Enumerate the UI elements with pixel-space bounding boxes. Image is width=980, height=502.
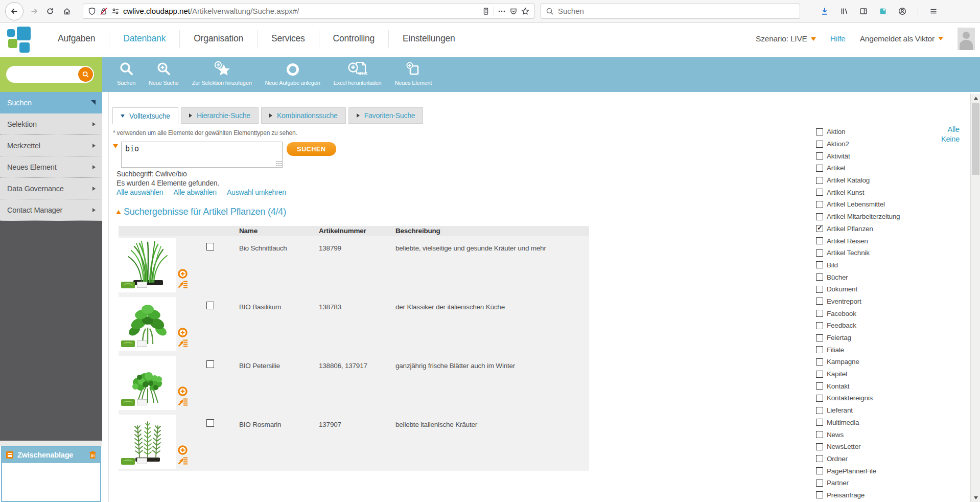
browser-search-bar[interactable]: Suchen	[541, 4, 800, 19]
add-to-selection-icon[interactable]	[177, 268, 188, 279]
type-checkbox[interactable]	[816, 346, 823, 353]
type-checkbox[interactable]	[816, 467, 823, 474]
menu-icon[interactable]	[929, 7, 938, 15]
add-to-list-icon[interactable]	[178, 280, 188, 289]
search-tab[interactable]: Hierarchie-Suche	[181, 107, 259, 124]
type-checkbox[interactable]	[816, 382, 823, 390]
avatar[interactable]	[958, 28, 975, 50]
type-filter-item[interactable]: NewsLetter	[816, 441, 949, 453]
type-filter-item[interactable]: Artikel	[816, 162, 949, 174]
type-filter-item[interactable]: Facebook	[816, 307, 949, 320]
type-checkbox[interactable]	[816, 273, 823, 281]
sidebar-search-field[interactable]	[6, 66, 94, 83]
type-filter-item[interactable]: Artikel Technik	[816, 247, 949, 259]
type-filter-item[interactable]: Ordner	[816, 453, 949, 465]
type-checkbox[interactable]	[816, 455, 823, 462]
type-checkbox[interactable]	[816, 165, 823, 172]
row-checkbox[interactable]	[206, 302, 214, 309]
collapse-icon[interactable]	[116, 210, 121, 214]
type-filter-item[interactable]: Feiertag	[816, 332, 949, 344]
type-filter-item[interactable]: News	[816, 428, 949, 441]
search-tab[interactable]: Volltextsuche	[112, 107, 178, 124]
reload-button[interactable]	[42, 7, 58, 15]
result-name[interactable]: BIO Rosmarin	[235, 412, 315, 471]
type-filter-item[interactable]: Artikel Kunst	[816, 186, 949, 198]
back-button[interactable]	[5, 2, 24, 20]
add-to-list-icon[interactable]	[178, 339, 188, 348]
sidebar-menu-item[interactable]: Suchen	[0, 92, 102, 113]
type-filter-item[interactable]: Bücher	[816, 271, 949, 283]
type-checkbox[interactable]	[816, 298, 823, 305]
type-filter-item[interactable]: Eventreport	[816, 295, 949, 308]
sidebar-menu-item[interactable]: Selektion	[0, 113, 102, 135]
type-checkbox[interactable]	[816, 128, 823, 135]
type-checkbox[interactable]	[816, 443, 823, 450]
type-checkbox[interactable]	[816, 334, 823, 341]
product-image[interactable]	[119, 238, 176, 292]
sidebar-menu-item[interactable]: Data Governance	[0, 178, 102, 199]
scenario-selector[interactable]: Szenario: LIVE	[756, 34, 816, 43]
type-filter-item[interactable]: Aktion	[816, 126, 949, 138]
nav-menu-item[interactable]: Datenbank	[109, 30, 179, 48]
page-actions-icon[interactable]	[498, 7, 506, 15]
shield-icon[interactable]	[88, 7, 96, 15]
type-filter-item[interactable]: Bild	[816, 259, 949, 271]
results-header[interactable]: Suchergebnisse für Artikel Pflanzen (4/4…	[116, 207, 286, 217]
account-menu[interactable]: Angemeldet als Viktor	[860, 34, 943, 43]
result-name[interactable]: BIO Basilikum	[235, 294, 315, 353]
product-image[interactable]	[119, 356, 176, 410]
type-filter-item[interactable]: Dokument	[816, 283, 949, 295]
type-checkbox[interactable]	[816, 237, 823, 244]
type-checkbox[interactable]	[816, 491, 823, 498]
selection-link[interactable]: Alle abwählen	[173, 188, 217, 196]
type-filter-item[interactable]: Kampagne	[816, 356, 949, 368]
search-query-input[interactable]: bio	[121, 142, 283, 168]
type-filter-item[interactable]: Multimedia	[816, 417, 949, 429]
row-checkbox[interactable]	[206, 360, 214, 368]
type-filter-item[interactable]: PagePlannerFile	[816, 465, 949, 477]
type-filter-item[interactable]: Artikel Mitarbeiterzeitung	[816, 211, 949, 223]
type-checkbox[interactable]	[816, 249, 823, 257]
add-to-list-icon[interactable]	[178, 457, 188, 465]
type-checkbox[interactable]	[816, 407, 823, 414]
sidebar-menu-item[interactable]: Merkzettel	[0, 135, 102, 156]
sidebar-menu-item[interactable]: Neues Element	[0, 156, 102, 178]
selection-link[interactable]: Auswahl umkehren	[227, 188, 286, 196]
type-checkbox[interactable]	[816, 152, 823, 159]
toolbar-button[interactable]: Neue Aufgabe anlegen	[259, 57, 327, 86]
clipboard-header[interactable]: Zwischenablage	[2, 447, 100, 463]
type-filter-item[interactable]: Aktion2	[816, 138, 949, 150]
toolbar-button[interactable]: Neues Element	[388, 57, 439, 86]
save-session-icon[interactable]	[879, 7, 887, 15]
type-checkbox[interactable]	[816, 480, 823, 487]
scroll-down-icon[interactable]	[971, 493, 980, 502]
search-tab[interactable]: Favoriten-Suche	[348, 107, 424, 124]
result-name[interactable]: Bio Schnittlauch	[235, 236, 315, 294]
product-image[interactable]	[119, 415, 176, 469]
search-submit-button[interactable]: SUCHEN	[287, 142, 336, 156]
type-checkbox[interactable]	[816, 286, 823, 293]
trash-icon[interactable]	[89, 451, 97, 459]
account-icon[interactable]	[898, 7, 906, 15]
sidebar-toggle-icon[interactable]	[859, 7, 868, 15]
nav-menu-item[interactable]: Aufgaben	[44, 30, 109, 48]
type-checkbox[interactable]	[816, 358, 823, 366]
type-checkbox[interactable]	[816, 177, 823, 184]
type-checkbox[interactable]	[816, 310, 823, 317]
type-filter-item[interactable]: Preisanfrage	[816, 489, 949, 501]
type-filter-item[interactable]: Kapitel	[816, 368, 949, 380]
type-checkbox[interactable]	[816, 322, 823, 329]
type-checkbox[interactable]	[816, 201, 823, 208]
add-to-selection-icon[interactable]	[177, 445, 188, 455]
type-checkbox[interactable]	[816, 213, 823, 220]
nav-menu-item[interactable]: Einstellungen	[388, 30, 469, 48]
reader-mode-icon[interactable]	[482, 7, 490, 15]
library-icon[interactable]	[840, 7, 848, 15]
type-filter-item[interactable]: Artikel Lebensmittel	[816, 198, 949, 211]
app-logo[interactable]	[6, 27, 34, 51]
type-filter-item[interactable]: Kontakt	[816, 380, 949, 392]
bookmark-star-icon[interactable]	[521, 7, 529, 15]
type-checkbox[interactable]	[816, 189, 823, 196]
add-to-selection-icon[interactable]	[177, 327, 188, 338]
sidebar-search-input[interactable]	[12, 69, 74, 80]
